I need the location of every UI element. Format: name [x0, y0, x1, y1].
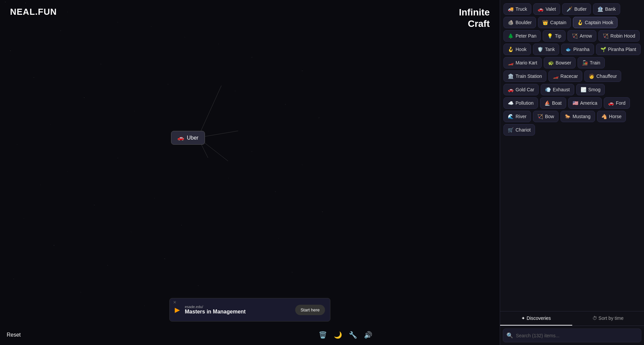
item-emoji: 🇺🇸 [573, 100, 578, 106]
item-emoji: 💨 [545, 87, 551, 92]
item-label: Mario Kart [516, 60, 537, 65]
item-label: Bank [605, 6, 616, 12]
item-btn-smog[interactable]: 🌫️Smog [576, 84, 605, 95]
item-emoji: 🐢 [548, 60, 554, 65]
item-label: Tip [555, 33, 561, 39]
ad-cta-button[interactable]: Start here [295, 305, 325, 315]
item-btn-exhaust[interactable]: 💨Exhaust [541, 84, 574, 95]
sound-icon[interactable]: 🔊 [364, 331, 372, 339]
reset-button[interactable]: Reset [7, 332, 21, 338]
item-btn-truck[interactable]: 🚚Truck [503, 3, 531, 15]
theme-icon[interactable]: 🌙 [334, 331, 342, 339]
item-btn-boat[interactable]: ⛵Boat [540, 97, 566, 109]
item-btn-tank[interactable]: 🛡️Tank [533, 44, 559, 55]
item-btn-mario-kart[interactable]: 🏎️Mario Kart [503, 57, 542, 68]
item-btn-butler[interactable]: 🗡️Butler [562, 3, 591, 15]
item-emoji: 🏎️ [508, 60, 514, 65]
item-btn-gold-car[interactable]: 🚗Gold Car [503, 84, 539, 95]
canvas-lines [0, 0, 500, 345]
brush-icon[interactable]: 🔧 [349, 331, 357, 339]
item-btn-captain-hook[interactable]: 🪝Captain Hook [573, 17, 618, 28]
ad-source: esade.edu/ [185, 305, 290, 309]
item-emoji: 🌊 [508, 114, 514, 119]
item-label: Bow [545, 114, 554, 119]
item-emoji: 🚗 [538, 6, 543, 12]
item-emoji: 🪨 [508, 20, 514, 25]
item-btn-racecar[interactable]: 🏎️Racecar [548, 70, 582, 82]
svg-line-0 [198, 86, 221, 138]
canvas-area[interactable]: NEAL.FUN Infinite Craft 🚗 Uber Reset 🗑️ … [0, 0, 500, 345]
item-btn-bowser[interactable]: 🐢Bowser [544, 57, 576, 68]
item-btn-train[interactable]: 🚂Train [578, 57, 604, 68]
item-emoji: 🌫️ [581, 87, 586, 92]
item-emoji: 🪝 [577, 20, 583, 25]
item-btn-piranha[interactable]: 🐟Piranha [561, 44, 594, 55]
item-label: Peter Pan [516, 33, 536, 39]
search-icon: 🔍 [506, 332, 513, 339]
item-emoji: 🗡️ [567, 6, 572, 12]
sidebar-tab-0[interactable]: ✦ Discoveries [500, 311, 572, 326]
item-btn-chariot[interactable]: 🛒Chariot [503, 124, 535, 136]
item-btn-captain[interactable]: 👑Captain [538, 17, 571, 28]
item-emoji: 🌱 [600, 47, 606, 52]
item-btn-robin-hood[interactable]: 🏹Robin Hood [598, 30, 640, 42]
item-label: Captain [550, 20, 566, 25]
item-label: Boat [552, 100, 562, 106]
item-btn-tip[interactable]: 💡Tip [543, 30, 566, 42]
item-btn-america[interactable]: 🇺🇸America [568, 97, 602, 109]
item-label: Train Station [516, 73, 542, 79]
item-label: Chariot [516, 127, 531, 133]
item-btn-valet[interactable]: 🚗Valet [533, 3, 560, 15]
item-emoji: ⛵ [544, 100, 550, 106]
item-label: Train [590, 60, 600, 65]
item-emoji: 🐴 [601, 114, 607, 119]
item-btn-peter-pan[interactable]: 🌲Peter Pan [503, 30, 541, 42]
item-btn-piranha-plant[interactable]: 🌱Piranha Plant [596, 44, 641, 55]
item-label: Boulder [516, 20, 532, 25]
ad-text: esade.edu/ Masters in Management [185, 305, 290, 315]
item-btn-pollution[interactable]: ☁️Pollution [503, 97, 538, 109]
logo: NEAL.FUN [10, 7, 57, 17]
sidebar: 🚚Truck🚗Valet🗡️Butler🏦Bank🪨Boulder👑Captai… [500, 0, 644, 345]
item-btn-arrow[interactable]: 🏹Arrow [568, 30, 596, 42]
item-btn-bank[interactable]: 🏦Bank [593, 3, 620, 15]
item-label: Chauffeur [596, 73, 617, 79]
item-btn-chauffeur[interactable]: 🧑Chauffeur [584, 70, 621, 82]
item-label: Captain Hook [585, 20, 613, 25]
item-btn-horse[interactable]: 🐴Horse [597, 111, 626, 122]
item-emoji: 🏦 [597, 6, 603, 12]
item-btn-mustang[interactable]: 🐎Mustang [560, 111, 595, 122]
item-emoji: 🧑 [589, 73, 594, 79]
search-container: 🔍 [503, 329, 641, 342]
item-emoji: 💡 [547, 33, 553, 39]
item-btn-hook[interactable]: 🪝Hook [503, 44, 531, 55]
sidebar-tabs: ✦ Discoveries⏱ Sort by time [500, 311, 644, 326]
item-label: Racecar [560, 73, 578, 79]
header: NEAL.FUN Infinite Craft [0, 0, 500, 36]
item-emoji: ☁️ [508, 100, 514, 106]
footer-icons: 🗑️ 🌙 🔧 🔊 [319, 331, 372, 339]
item-emoji: 🐎 [565, 114, 571, 119]
item-emoji: 🏹 [572, 33, 578, 39]
item-btn-ford[interactable]: 🚗Ford [604, 97, 630, 109]
item-label: Arrow [580, 33, 592, 39]
delete-icon[interactable]: 🗑️ [319, 331, 327, 339]
item-emoji: 🛡️ [537, 47, 543, 52]
item-btn-river[interactable]: 🌊River [503, 111, 531, 122]
footer: Reset 🗑️ 🌙 🔧 🔊 [0, 325, 500, 345]
item-btn-train-station[interactable]: 🏛️Train Station [503, 70, 546, 82]
ad-close-icon[interactable]: ✕ [173, 300, 176, 305]
item-label: Pollution [516, 100, 534, 106]
item-btn-bow[interactable]: 🏹Bow [533, 111, 558, 122]
sidebar-tab-1[interactable]: ⏱ Sort by time [572, 311, 644, 326]
ad-banner: ✕ ▶ esade.edu/ Masters in Management Sta… [169, 298, 330, 322]
item-btn-boulder[interactable]: 🪨Boulder [503, 17, 536, 28]
search-input[interactable] [516, 333, 638, 338]
item-label: Piranha Plant [608, 47, 636, 52]
item-label: Ford [616, 100, 626, 106]
uber-element[interactable]: 🚗 Uber [171, 131, 205, 145]
item-emoji: 🚂 [582, 60, 588, 65]
item-emoji: 🛒 [508, 127, 514, 133]
items-grid: 🚚Truck🚗Valet🗡️Butler🏦Bank🪨Boulder👑Captai… [500, 0, 644, 311]
item-emoji: 🏹 [537, 114, 543, 119]
